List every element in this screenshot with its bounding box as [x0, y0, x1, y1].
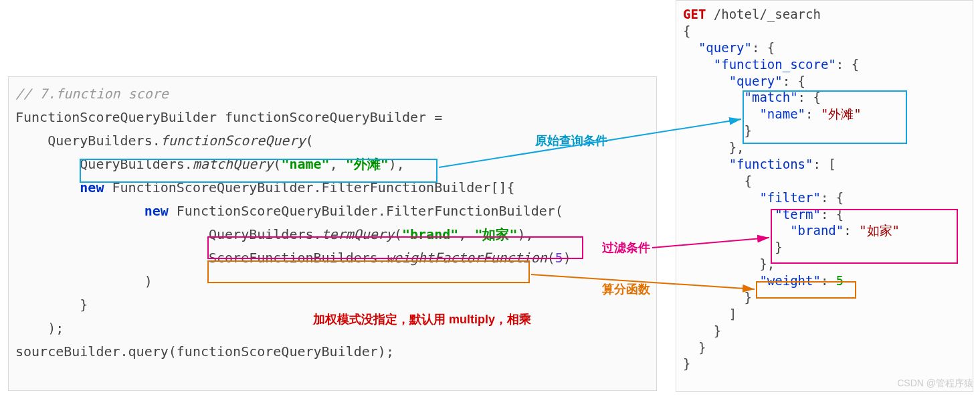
watermark: CSDN @管程序猿 — [897, 378, 973, 390]
java-code-box: // 7.function score FunctionScoreQueryBu… — [8, 76, 657, 391]
label-original-query: 原始查询条件 — [535, 133, 607, 149]
label-score-function: 算分函数 — [602, 281, 650, 297]
label-multiply: 加权模式没指定，默认用 multiply，相乘 — [313, 311, 531, 327]
json-code-box: GET /hotel/_search { "query": { "functio… — [676, 0, 973, 392]
json-code: GET /hotel/_search { "query": { "functio… — [676, 1, 973, 378]
code-comment: // 7.function score — [15, 86, 169, 102]
label-filter: 过滤条件 — [602, 240, 650, 256]
